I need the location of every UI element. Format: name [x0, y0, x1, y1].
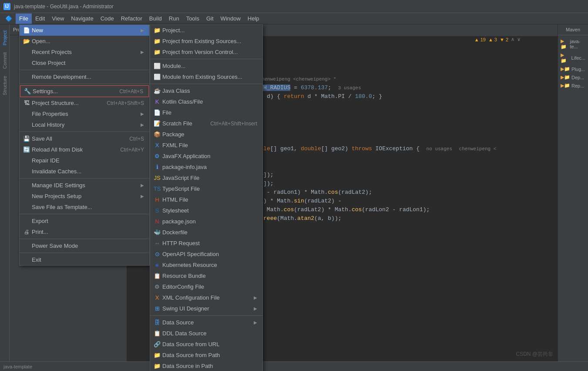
new-data-source-path[interactable]: 📁 Data Source from Path	[150, 350, 262, 361]
menu-recent-projects[interactable]: Recent Projects ▶	[20, 47, 149, 57]
new-data-source[interactable]: 🗄 Data Source ▶	[150, 317, 262, 328]
new-ddl-source[interactable]: 📋 DDL Data Source	[150, 328, 262, 339]
menu-invalidate-caches[interactable]: Invalidate Caches...	[20, 166, 149, 177]
new-kubernetes[interactable]: ⎈ Kubernetes Resource	[150, 260, 262, 270]
new-stylesheet[interactable]: S Stylesheet	[150, 205, 262, 216]
separator	[20, 178, 149, 179]
new-http-request[interactable]: ↔ HTTP Request	[150, 238, 262, 249]
new-swing-ui[interactable]: ⊞ Swing UI Designer ▶	[150, 303, 262, 314]
new-project-existing[interactable]: 📁 Project from Existing Sources...	[150, 36, 262, 47]
new-package-info[interactable]: ℹ package-info.java	[150, 162, 262, 172]
menu-help[interactable]: Help	[244, 13, 263, 24]
item-label: Dep...	[571, 75, 584, 80]
menu-item-label: New Projects Setup	[32, 193, 81, 199]
menu-repair-ide[interactable]: Repair IDE	[20, 155, 149, 166]
menu-item-label: Local History	[32, 121, 64, 128]
menu-local-history[interactable]: Local History ▶	[20, 119, 149, 130]
menu-build[interactable]: Build	[146, 13, 165, 24]
new-java-class[interactable]: ☕ Java Class	[150, 85, 262, 96]
submenu-arrow: ▶	[141, 183, 144, 188]
menu-manage-ide[interactable]: Manage IDE Settings ▶	[20, 180, 149, 191]
menu-save-all[interactable]: 💾 Save All Ctrl+S	[20, 133, 149, 144]
menu-print[interactable]: 🖨 Print...	[20, 226, 149, 237]
warning-count: ▲ 19	[474, 37, 486, 42]
separator	[150, 59, 262, 59]
item-label: Rep...	[571, 83, 584, 88]
new-editorconfig[interactable]: ⚙ EditorConfig File	[150, 281, 262, 292]
new-kotlin-class[interactable]: K Kotlin Class/File	[150, 96, 262, 107]
menu-item-label: Exit	[32, 256, 41, 263]
menu-item-label: Print...	[32, 229, 48, 235]
new-module[interactable]: ⬜ Module...	[150, 61, 262, 71]
new-javafx[interactable]: ⚙ JavaFX Application	[150, 151, 262, 162]
maven-tree-item[interactable]: ▶📁 Lifec...	[558, 51, 588, 65]
ts-icon: TS	[154, 186, 161, 192]
menu-item-label: Data Source	[162, 319, 194, 326]
menu-git[interactable]: Git	[203, 13, 217, 24]
new-typescript[interactable]: TS TypeScript File	[150, 183, 262, 194]
menu-refactor[interactable]: Refactor	[118, 13, 146, 24]
new-scratch-file[interactable]: 📝 Scratch File Ctrl+Alt+Shift+Insert	[150, 118, 262, 129]
menu-exit[interactable]: Exit	[20, 254, 149, 265]
k8s-icon: ⎈	[154, 262, 161, 269]
new-file[interactable]: 📄 File	[150, 107, 262, 118]
new-project[interactable]: 📁 Project...	[150, 25, 262, 36]
new-data-source-url[interactable]: 🔗 Data Source from URL	[150, 339, 262, 350]
menu-window[interactable]: Window	[217, 13, 244, 24]
menu-file[interactable]: File	[16, 13, 32, 24]
titlebar: IJ java-template - GeoUtil.java - Admini…	[0, 0, 588, 13]
sidebar-tab-project[interactable]: Project	[1, 28, 8, 48]
new-dockerfile[interactable]: 🐳 Dockerfile	[150, 227, 262, 238]
collapse-icon[interactable]: ∨	[517, 37, 521, 42]
menu-new[interactable]: 📄 New ▶	[20, 25, 149, 36]
folder-icon: ▶📁	[561, 38, 569, 50]
new-xml-config[interactable]: X XML Configuration File ▶	[150, 292, 262, 303]
menu-item-label: Data Source from Path	[162, 352, 220, 358]
menu-app[interactable]: 🔷	[2, 13, 16, 24]
new-package-json[interactable]: N package.json	[150, 216, 262, 227]
new-data-in-path[interactable]: 📁 Data Source in Path	[150, 361, 262, 371]
separator	[20, 84, 149, 84]
new-javascript[interactable]: JS JavaScript File	[150, 172, 262, 183]
maven-tree-item[interactable]: ▶📁 Plug...	[558, 65, 588, 73]
separator	[150, 315, 262, 316]
new-fxml[interactable]: X FXML File	[150, 140, 262, 151]
expand-icon[interactable]: ∧	[511, 37, 514, 42]
menu-code[interactable]: Code	[97, 13, 118, 24]
item-label: Plug...	[571, 67, 585, 72]
menu-item-label: package-info.java	[162, 164, 207, 170]
menu-navigate[interactable]: Navigate	[67, 13, 97, 24]
maven-tree-item[interactable]: ▶📁 Rep...	[558, 81, 588, 90]
menu-reload-disk[interactable]: 🔄 Reload All from Disk Ctrl+Alt+Y	[20, 144, 149, 155]
menu-project-structure[interactable]: 🏗 Project Structure... Ctrl+Alt+Shift+S	[20, 98, 149, 108]
maven-tree-item[interactable]: ▶📁 Dep...	[558, 73, 588, 81]
sidebar-tab-commit[interactable]: Commit	[1, 50, 8, 71]
menu-new-projects-setup[interactable]: New Projects Setup ▶	[20, 191, 149, 202]
menu-item-label: Data Source in Path	[162, 363, 213, 369]
menu-item-label: Data Source from URL	[162, 341, 220, 347]
sidebar-tab-structure[interactable]: Structure	[1, 73, 8, 98]
left-sidebar-tabs: Project Commit Structure	[0, 24, 10, 371]
new-resource-bundle[interactable]: 📋 Resource Bundle	[150, 270, 262, 281]
menu-open[interactable]: 📂 Open...	[20, 36, 149, 47]
menu-item-label: TypeScript File	[162, 186, 200, 192]
menu-run[interactable]: Run	[165, 13, 183, 24]
maven-tree-item[interactable]: ▶📁 java-te...	[558, 37, 588, 51]
menu-power-save[interactable]: Power Save Mode	[20, 240, 149, 251]
menu-settings[interactable]: 🔧 Settings... Ctrl+Alt+S	[20, 85, 149, 97]
project-existing-icon: 📁	[154, 38, 161, 45]
menu-view[interactable]: View	[48, 13, 67, 24]
menu-save-file-template[interactable]: Save File as Template...	[20, 202, 149, 212]
menu-export[interactable]: Export	[20, 216, 149, 226]
menu-item-label: Kubernetes Resource	[162, 262, 217, 268]
new-openapi[interactable]: ⊙ OpenAPI Specification	[150, 249, 262, 260]
menu-close-project[interactable]: Close Project	[20, 57, 149, 68]
menu-remote-development[interactable]: Remote Development...	[20, 71, 149, 82]
new-package[interactable]: 📦 Package	[150, 129, 262, 140]
new-module-existing[interactable]: ⬜ Module from Existing Sources...	[150, 71, 262, 82]
menu-tools[interactable]: Tools	[183, 13, 203, 24]
new-project-vcs[interactable]: 📁 Project from Version Control...	[150, 47, 262, 57]
menu-file-properties[interactable]: File Properties ▶	[20, 108, 149, 119]
new-html[interactable]: H HTML File	[150, 194, 262, 205]
menu-edit[interactable]: Edit	[32, 13, 48, 24]
